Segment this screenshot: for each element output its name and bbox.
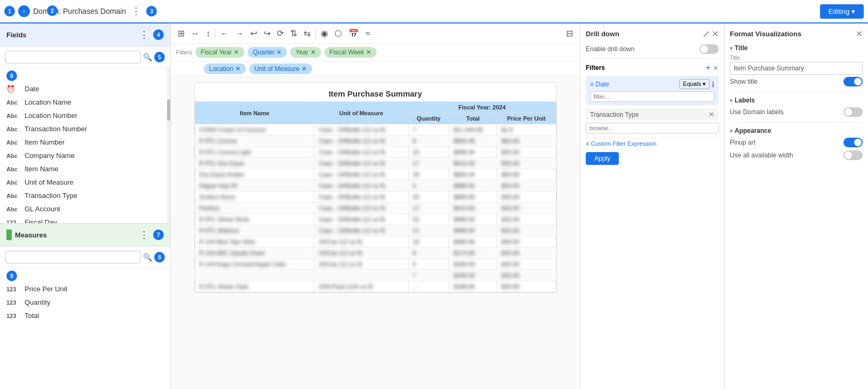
field-item-location-name[interactable]: Abc Location Name	[0, 96, 170, 109]
measures-options-button[interactable]: ⋮	[137, 228, 151, 242]
format-available-width-label: Use all available width	[730, 152, 793, 159]
filter-chip-fiscal-year[interactable]: Fiscal Year ✕	[195, 47, 244, 58]
drill-enable-toggle[interactable]	[699, 44, 719, 54]
fields-list: 6 ⏰ Date Abc Location Name Abc Location …	[0, 68, 170, 223]
toolbar-hex-icon[interactable]: ⬡	[333, 27, 344, 40]
format-panel-close-button[interactable]: ✕	[856, 29, 863, 39]
badge-6: 6	[6, 70, 17, 81]
report-table-body: CONS Cream of Coconut Case - 24/Bottle (…	[195, 124, 556, 292]
table-row: PacRocCase - 24/Bottle (12 oz fl)17$910.…	[195, 203, 556, 214]
toolbar-resize-v-icon[interactable]: ↕	[204, 27, 212, 40]
drill-filter-1-label: ≡ Date	[590, 81, 609, 88]
filter-chip-uom[interactable]: Unit of Measure ✕	[249, 63, 312, 74]
measures-list: 9 123 Price Per Unit 123 Quantity 123 To…	[0, 268, 170, 322]
drill-enable-label: Enable drill down	[586, 45, 634, 53]
field-label-item-number: Item Number	[25, 138, 65, 146]
toolbar-refresh-icon[interactable]: ⟳	[275, 27, 285, 40]
drill-panel: Drill down ⤢ ✕ Enable drill down Filters…	[580, 23, 724, 389]
domain-options-button[interactable]: ⋮	[129, 4, 143, 18]
field-item-transaction-number[interactable]: Abc Transaction Number	[0, 122, 170, 136]
table-row: R RTL WidomeCase - 24/Bottle (12 oz fl)2…	[195, 225, 556, 236]
field-item-unit-of-measure[interactable]: Abc Unit of Measure	[0, 176, 170, 189]
format-title-input[interactable]	[730, 62, 863, 75]
toolbar-collapse-icon[interactable]: ⊟	[564, 27, 575, 40]
date-type-icon: ⏰	[6, 85, 21, 93]
badge-1: 1	[4, 6, 15, 17]
filter-chip-year[interactable]: Year ✕	[290, 47, 321, 58]
field-item-gl-account[interactable]: Abc GL Account	[0, 202, 170, 216]
format-pinup-toggle[interactable]	[843, 138, 863, 147]
drill-custom-filter-label[interactable]: ≡ Custom Filter Expression	[586, 140, 656, 147]
fields-search-input[interactable]	[5, 51, 141, 63]
field-item-fiscal-day[interactable]: 123 Fiscal Day	[0, 216, 170, 223]
fields-title: Fields	[6, 31, 27, 39]
table-row: R RTL Corona LightCase - 24/Bottle (12 o…	[195, 147, 556, 158]
back-button[interactable]: ‹	[18, 5, 30, 17]
toolbar-filter-icon[interactable]: ◉	[319, 27, 330, 40]
report-title: Item Purchase Summary	[195, 83, 556, 101]
field-label-transaction-type: Transaction Type	[25, 192, 77, 200]
badge-3: 3	[146, 6, 157, 17]
toolbar-resize-h-icon[interactable]: ↔	[189, 27, 201, 40]
field-item-date[interactable]: ⏰ Date	[0, 82, 170, 96]
drill-filters-add-button[interactable]: +	[706, 63, 711, 73]
drill-apply-button[interactable]: Apply	[586, 152, 619, 165]
format-domain-labels-toggle[interactable]	[843, 107, 863, 117]
format-title-label: Title	[735, 44, 747, 52]
toolbar-approx-icon[interactable]: ≈	[364, 27, 372, 40]
measure-item-total[interactable]: 123 Total	[0, 309, 170, 322]
toolbar-grid-icon[interactable]: ⊞	[176, 27, 186, 40]
abc-type-icon-6: Abc	[6, 166, 21, 172]
editing-button[interactable]: Editing ▾	[820, 4, 864, 19]
toolbar-left-icon[interactable]: ←	[219, 27, 230, 40]
drill-filter-2-close-button[interactable]: ✕	[708, 110, 714, 118]
format-appearance-section: ▾ Appearance Pinup art Use all available…	[730, 127, 863, 160]
format-title-sub-label: Title	[730, 55, 863, 61]
toolbar-sort-asc-icon[interactable]: ⇅	[289, 27, 299, 40]
measure-item-price-per-unit[interactable]: 123 Price Per Unit	[0, 282, 170, 296]
toolbar-right-icon[interactable]: →	[234, 27, 245, 40]
measures-section-header: Measures ⋮ 7	[0, 223, 170, 247]
filter-chip-location[interactable]: Location ✕	[204, 63, 246, 74]
toolbar-undo-icon[interactable]: ↩	[249, 27, 259, 40]
filter-chip-quarter[interactable]: Quarter ✕	[248, 47, 287, 58]
drill-filter-1-input[interactable]	[590, 91, 714, 102]
field-item-item-name[interactable]: Abc Item Name	[0, 162, 170, 176]
format-show-title-toggle[interactable]	[843, 77, 863, 86]
col-header-price-per-unit: Price Per Unit	[497, 113, 556, 124]
field-item-company-name[interactable]: Abc Company Name	[0, 149, 170, 162]
field-item-location-number[interactable]: Abc Location Number	[0, 109, 170, 122]
measures-search-button[interactable]: 🔍	[143, 253, 152, 261]
fields-search-button[interactable]: 🔍	[143, 53, 152, 61]
drill-panel-resize-button[interactable]: ⤢	[703, 29, 710, 39]
table-row: 7$248.00$35.00	[195, 270, 556, 281]
drill-filter-2-input[interactable]	[586, 123, 719, 133]
toolbar-calendar-icon[interactable]: 📅	[347, 27, 361, 40]
toolbar-redo-icon[interactable]: ↪	[262, 27, 272, 40]
drill-filter-1-op-button[interactable]: Equals ▾	[679, 79, 710, 89]
format-appearance-header: ▾ Appearance	[730, 127, 863, 134]
field-label-location-number: Location Number	[25, 112, 77, 120]
measure-label-quantity: Quantity	[25, 298, 50, 306]
format-available-width-toggle[interactable]	[843, 150, 863, 160]
col-header-item-name: Item Name	[195, 102, 314, 124]
drill-filters-close-button[interactable]: ✕	[713, 63, 719, 73]
fields-options-button[interactable]: ⋮	[137, 28, 151, 42]
format-title-section: ▾ Title Title Show title	[730, 44, 863, 86]
measure-item-quantity[interactable]: 123 Quantity	[0, 296, 170, 309]
format-panel: Format Visualizations ✕ ▾ Title Title Sh…	[724, 23, 868, 389]
toolbar-sort-alpha-icon[interactable]: ⇆	[302, 27, 312, 40]
measures-search-container: 🔍 8	[0, 247, 170, 268]
measures-search-input[interactable]	[5, 251, 141, 264]
table-row: R 144 Blue Star Slotz24/Can (12 oz fl)19…	[195, 236, 556, 248]
field-item-item-number[interactable]: Abc Item Number	[0, 136, 170, 149]
measures-color-indicator	[6, 229, 12, 240]
field-label-location-name: Location Name	[25, 98, 71, 106]
drill-filter-1-info-button[interactable]: ℹ	[712, 80, 714, 89]
abc-type-icon-9: Abc	[6, 206, 21, 212]
measure-label-total: Total	[25, 312, 39, 320]
table-row: R RTL CoronaCase - 24/Bottle (12 oz fl)8…	[195, 136, 556, 147]
field-item-transaction-type[interactable]: Abc Transaction Type	[0, 189, 170, 202]
drill-panel-close-button[interactable]: ✕	[712, 29, 719, 39]
filter-chip-fiscal-week[interactable]: Fiscal Week ✕	[324, 47, 377, 58]
